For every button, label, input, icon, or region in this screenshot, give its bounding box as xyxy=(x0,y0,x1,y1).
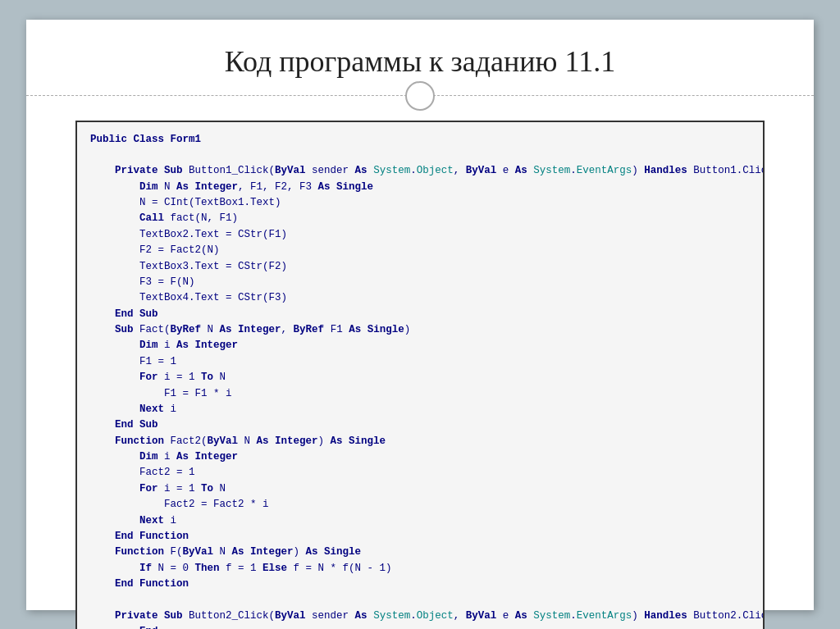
slide-body: Public Class Form1 Private Sub Button1_C… xyxy=(26,96,814,630)
code-line: Function F(ByVal N As Integer) As Single xyxy=(90,546,361,558)
code-line: F1 = F1 * i xyxy=(90,388,232,399)
code-line: Next i xyxy=(90,515,176,526)
code-line: TextBox2.Text = CStr(F1) xyxy=(90,229,287,240)
code-container: Public Class Form1 Private Sub Button1_C… xyxy=(75,121,765,630)
code-line: Next i xyxy=(90,403,176,415)
circle-decoration xyxy=(405,81,435,111)
code-line: TextBox4.Text = CStr(F3) xyxy=(90,292,287,303)
code-line: Fact2 = 1 xyxy=(90,467,195,478)
slide-header: Код программы к заданию 11.1 xyxy=(26,20,814,96)
code-line: If N = 0 Then f = 1 Else f = N * f(N - 1… xyxy=(90,563,392,574)
code-line: End xyxy=(90,626,158,629)
code-line: F1 = 1 xyxy=(90,356,176,367)
code-line: Function Fact2(ByVal N As Integer) As Si… xyxy=(90,435,386,447)
code-line: Public Class Form1 xyxy=(90,134,201,145)
slide-title: Код программы к заданию 11.1 xyxy=(59,44,781,79)
code-line: Private Sub Button1_Click(ByVal sender A… xyxy=(90,165,765,176)
code-line: Private Sub Button2_Click(ByVal sender A… xyxy=(90,610,765,622)
code-line: F2 = Fact2(N) xyxy=(90,244,220,256)
code-line: End Function xyxy=(90,531,189,542)
code-line: Dim i As Integer xyxy=(90,451,238,463)
code-line: N = CInt(TextBox1.Text) xyxy=(90,197,281,208)
code-line: For i = 1 To N xyxy=(90,371,226,383)
code-line: Dim i As Integer xyxy=(90,340,238,351)
code-line: Fact2 = Fact2 * i xyxy=(90,499,269,510)
code-line: Sub Fact(ByRef N As Integer, ByRef F1 As… xyxy=(90,324,410,335)
code-line: End Sub xyxy=(90,308,158,320)
code-line: F3 = F(N) xyxy=(90,276,195,288)
code-line: TextBox3.Text = CStr(F2) xyxy=(90,261,287,272)
code-line: End Sub xyxy=(90,419,158,431)
slide: Код программы к заданию 11.1 Public Clas… xyxy=(26,20,814,610)
code-line: For i = 1 To N xyxy=(90,483,226,495)
code-line: Dim N As Integer, F1, F2, F3 As Single xyxy=(90,181,373,193)
code-line: Call fact(N, F1) xyxy=(90,212,238,224)
code-line: End Function xyxy=(90,578,189,590)
